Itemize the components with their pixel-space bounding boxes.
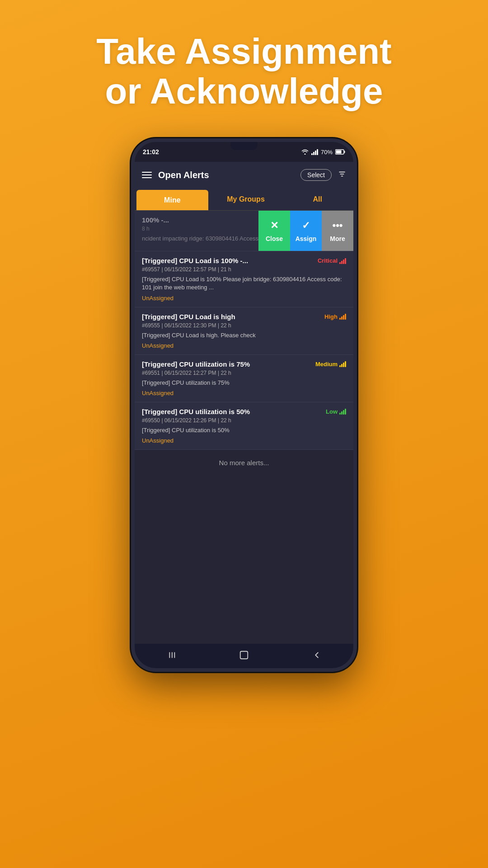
alert-3-meta: #69551 | 06/15/2022 12:27 PM | 22 h xyxy=(142,370,346,376)
phone-frame: 21:02 70% xyxy=(131,138,357,672)
alert-item-1[interactable]: [Triggered] CPU Load is 100% -... Critic… xyxy=(135,251,353,307)
alert-4-title: [Triggered] CPU utilization is 50% xyxy=(142,408,322,415)
forward-nav-icon[interactable] xyxy=(312,650,322,662)
alert-item-2[interactable]: [Triggered] CPU Load is high High #69555… xyxy=(135,307,353,355)
nav-bar: Open Alerts Select xyxy=(135,162,353,188)
page-header: Take Assignment or Acknowledge xyxy=(96,32,392,111)
alert-3-status: UnAssigned xyxy=(142,390,346,396)
alerts-list: 100% -... Critical 8 h ncident impacting… xyxy=(135,211,353,644)
alert-item-4[interactable]: [Triggered] CPU utilization is 50% Low #… xyxy=(135,402,353,450)
alert-4-signal xyxy=(339,408,346,415)
alert-item-swiped[interactable]: 100% -... Critical 8 h ncident impacting… xyxy=(135,211,353,251)
close-icon: ✕ xyxy=(270,220,278,231)
phone-notch xyxy=(230,142,258,150)
alert-2-signal xyxy=(339,313,346,320)
alert-1-signal xyxy=(339,258,346,264)
hamburger-line2 xyxy=(142,175,152,175)
tabs-row: Mine My Groups All xyxy=(135,188,353,211)
filter-icon xyxy=(338,170,346,178)
status-right-icons: 70% xyxy=(301,149,345,156)
alert-2-body: [Triggered] CPU Load is high. Please che… xyxy=(142,331,346,340)
alert-item-3[interactable]: [Triggered] CPU utilization is 75% Mediu… xyxy=(135,355,353,402)
alert-2-severity: High xyxy=(324,313,346,320)
alert-1-status: UnAssigned xyxy=(142,295,346,302)
status-time: 21:02 xyxy=(143,148,159,156)
battery-indicator: 70% xyxy=(321,149,333,156)
no-more-label: No more alerts... xyxy=(135,450,353,476)
signal-icon xyxy=(311,149,318,155)
alert-3-header: [Triggered] CPU utilization is 75% Mediu… xyxy=(142,360,346,368)
tab-all[interactable]: All xyxy=(282,188,353,210)
alert-1-body: [Triggered] CPU Load is 100% Please join… xyxy=(142,275,346,292)
alert-3-title: [Triggered] CPU utilization is 75% xyxy=(142,360,312,368)
more-label: More xyxy=(330,235,345,242)
hamburger-line1 xyxy=(142,172,152,173)
swipe-actions: ✕ Close ✓ Assign ••• More xyxy=(258,211,353,251)
select-button[interactable]: Select xyxy=(300,169,332,181)
assign-icon: ✓ xyxy=(302,220,310,231)
alert-2-title: [Triggered] CPU Load is high xyxy=(142,313,321,321)
alert-3-body: [Triggered] CPU utilization is 75% xyxy=(142,379,346,387)
hamburger-menu[interactable] xyxy=(142,172,152,178)
status-bar: 21:02 70% xyxy=(135,142,353,162)
assign-label: Assign xyxy=(296,235,317,242)
page-heading: Take Assignment or Acknowledge xyxy=(96,32,392,111)
tab-mine[interactable]: Mine xyxy=(136,190,208,210)
alert-4-meta: #69550 | 06/15/2022 12:26 PM | 22 h xyxy=(142,417,346,424)
back-nav-icon[interactable] xyxy=(166,650,176,662)
wifi-icon xyxy=(301,149,309,155)
swipe-close-button[interactable]: ✕ Close xyxy=(258,211,290,251)
alert-4-body: [Triggered] CPU utilization is 50% xyxy=(142,426,346,434)
filter-button[interactable] xyxy=(338,170,346,180)
alert-2-status: UnAssigned xyxy=(142,342,346,349)
alert-3-severity: Medium xyxy=(315,361,346,368)
alert-2-meta: #69555 | 06/15/2022 12:30 PM | 22 h xyxy=(142,322,346,329)
svg-rect-2 xyxy=(336,151,342,154)
more-icon: ••• xyxy=(332,220,343,231)
alert-1-severity: Critical xyxy=(318,257,346,264)
alert-1-meta: #69557 | 06/15/2022 12:57 PM | 21 h xyxy=(142,266,346,273)
battery-icon xyxy=(335,149,345,155)
swipe-assign-button[interactable]: ✓ Assign xyxy=(290,211,322,251)
svg-rect-9 xyxy=(240,651,248,659)
swipe-more-button[interactable]: ••• More xyxy=(322,211,353,251)
home-nav-icon[interactable] xyxy=(239,650,249,662)
bottom-nav xyxy=(135,644,353,668)
hamburger-line3 xyxy=(142,177,152,178)
alert-4-status: UnAssigned xyxy=(142,437,346,444)
nav-title: Open Alerts xyxy=(158,170,294,180)
close-label: Close xyxy=(266,235,283,242)
alert-1-title: [Triggered] CPU Load is 100% -... xyxy=(142,257,314,264)
tab-my-groups[interactable]: My Groups xyxy=(210,188,282,210)
alert-3-signal xyxy=(339,361,346,367)
svg-rect-1 xyxy=(344,151,345,153)
alert-4-header: [Triggered] CPU utilization is 50% Low xyxy=(142,408,346,415)
alert-2-header: [Triggered] CPU Load is high High xyxy=(142,313,346,321)
alert-1-header: [Triggered] CPU Load is 100% -... Critic… xyxy=(142,257,346,264)
alert-4-severity: Low xyxy=(326,408,346,415)
